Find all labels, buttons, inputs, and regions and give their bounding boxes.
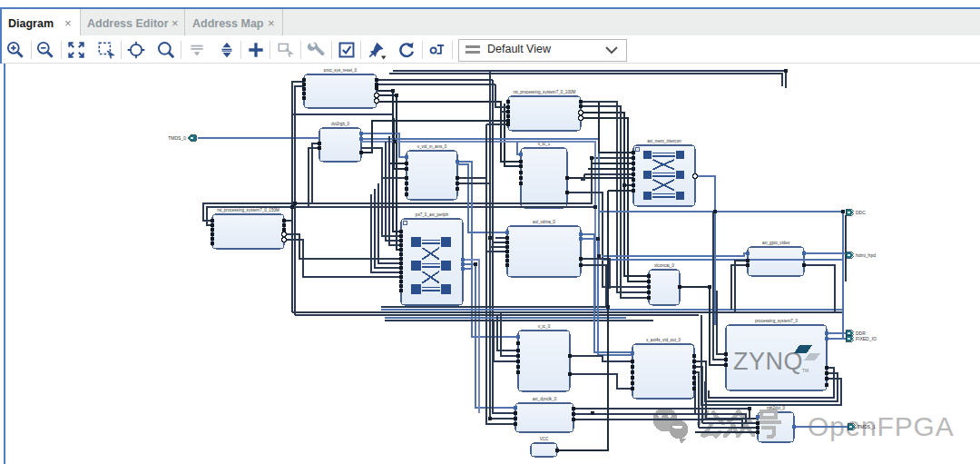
svg-text:VCC: VCC (540, 437, 549, 441)
svg-text:v_tc_1: v_tc_1 (538, 142, 551, 146)
svg-text:ZYNQ: ZYNQ (733, 348, 803, 375)
svg-text:TMDS_1: TMDS_1 (858, 424, 876, 429)
svg-text:v_axi4s_vid_out_0: v_axi4s_vid_out_0 (646, 338, 681, 342)
svg-text:TMDS_0: TMDS_0 (168, 135, 186, 141)
svg-text:hdmi_hpd: hdmi_hpd (856, 252, 876, 258)
svg-text:axi_vdma_0: axi_vdma_0 (533, 220, 555, 224)
svg-text:xlconcat_0: xlconcat_0 (654, 263, 674, 268)
svg-text:rst_processing_system7_0_150M: rst_processing_system7_0_150M (217, 208, 279, 212)
svg-text:TM: TM (802, 368, 808, 373)
svg-text:dvi2rgb_0: dvi2rgb_0 (331, 122, 350, 126)
svg-text:v_vid_in_axis_0: v_vid_in_axis_0 (417, 144, 447, 149)
svg-text:axi_gpio_video: axi_gpio_video (762, 241, 790, 245)
svg-text:v_tc_0: v_tc_0 (538, 324, 551, 329)
svg-text:axi_mem_intercon: axi_mem_intercon (647, 139, 681, 143)
svg-text:proc_sys_reset_0: proc_sys_reset_0 (324, 68, 358, 73)
svg-text:FIXED_IO: FIXED_IO (856, 336, 877, 341)
svg-text:DDC: DDC (856, 210, 866, 215)
svg-text:ps7_0_axi_periph: ps7_0_axi_periph (416, 212, 449, 217)
svg-text:axi_dynclk_0: axi_dynclk_0 (533, 397, 557, 401)
svg-text:rst_processing_system7_0_100M: rst_processing_system7_0_100M (514, 90, 576, 94)
svg-text:processing_system7_0: processing_system7_0 (755, 319, 798, 323)
